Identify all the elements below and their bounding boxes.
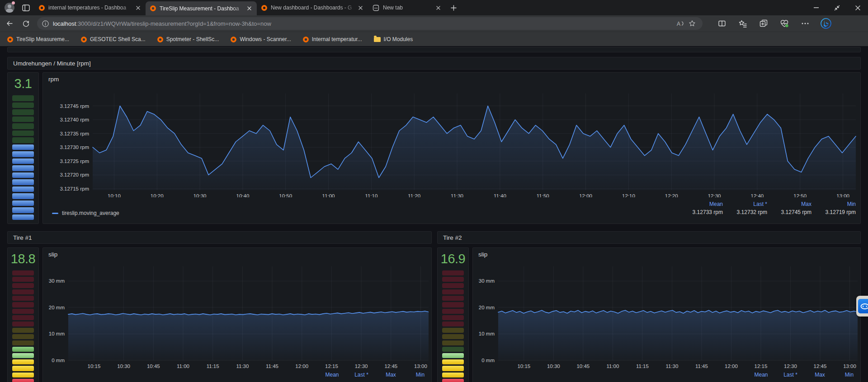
- stat-values-row: 3.12733 rpm 3.12732 rpm 3.12745 rpm 3.12…: [679, 208, 856, 216]
- browser-essentials-button[interactable]: [777, 17, 792, 30]
- tab-close-button[interactable]: [434, 4, 442, 12]
- bookmark-spotmeter[interactable]: Spotmeter - ShellSc...: [155, 34, 222, 45]
- tire2-legend-stats: Mean Last * Max Min: [746, 372, 864, 378]
- tab-internal-temperatures[interactable]: internal temperatures - Dashboa: [34, 0, 146, 15]
- lcd-segment: [12, 359, 34, 364]
- tab-new-tab[interactable]: New tab: [368, 0, 446, 15]
- back-button[interactable]: [3, 17, 16, 30]
- teamviewer-dock[interactable]: [856, 296, 868, 317]
- url-bar[interactable]: localhost:3000/d/z1rWQVrWa/tireslip-meas…: [37, 17, 703, 30]
- refresh-button[interactable]: [19, 17, 33, 30]
- address-toolbar: localhost:3000/d/z1rWQVrWa/tireslip-meas…: [0, 15, 868, 32]
- svg-text:0 mm: 0 mm: [52, 358, 65, 363]
- rpm-lcd-gauge: [12, 95, 34, 220]
- svg-text:11:00: 11:00: [606, 363, 619, 369]
- svg-text:12:45: 12:45: [814, 363, 827, 369]
- restore-button[interactable]: [826, 0, 847, 15]
- workspaces-button[interactable]: [20, 2, 32, 14]
- read-aloud-button[interactable]: A: [675, 18, 686, 29]
- lcd-segment: [12, 309, 34, 314]
- row-header-tire2[interactable]: Tire #2: [437, 231, 861, 244]
- url-text[interactable]: localhost:3000/d/z1rWQVrWa/tireslip-meas…: [53, 20, 675, 27]
- read-aloud-icon: A: [676, 20, 684, 27]
- stat-last-label[interactable]: Last *: [723, 200, 767, 208]
- svg-text:10:50: 10:50: [279, 193, 292, 197]
- grafana-favicon: [150, 5, 156, 11]
- stat-mean-label[interactable]: Mean: [746, 372, 776, 378]
- lcd-segment: [442, 309, 464, 314]
- site-info-icon[interactable]: [42, 20, 49, 28]
- stat-max-label[interactable]: Max: [805, 372, 835, 378]
- svg-text:0 mm: 0 mm: [481, 358, 495, 363]
- row-header-tire1[interactable]: Tire #1: [7, 231, 432, 244]
- tire1-gauge-value: 18.8: [8, 252, 38, 266]
- minimize-button[interactable]: [806, 0, 826, 15]
- bookmark-windows-scanner[interactable]: Windows - Scanner...: [228, 34, 293, 45]
- series-name[interactable]: tireslip.moving_average: [62, 210, 119, 216]
- new-tab-button[interactable]: [448, 2, 459, 14]
- close-window-button[interactable]: [847, 0, 868, 15]
- split-screen-icon: [718, 19, 726, 28]
- tab-close-button[interactable]: [134, 4, 142, 12]
- stat-mean-value: 3.12733 rpm: [679, 208, 723, 216]
- svg-text:20 mm: 20 mm: [479, 305, 495, 310]
- svg-text:11:00: 11:00: [177, 363, 189, 369]
- row-header-rpm[interactable]: Umdrehungen / Minute [rpm]: [7, 57, 861, 70]
- tire2-lcd-gauge: [442, 270, 464, 382]
- stat-max-label[interactable]: Max: [767, 200, 811, 208]
- stat-last-label[interactable]: Last *: [776, 372, 805, 378]
- favorite-star-button[interactable]: [686, 18, 698, 29]
- clipped-panel-above: [7, 47, 861, 52]
- favorites-button[interactable]: [735, 17, 750, 30]
- collections-button[interactable]: [756, 17, 771, 30]
- bookmark-gesotec-shell[interactable]: GESOTEC Shell Sca...: [78, 34, 148, 45]
- tab-close-button[interactable]: [245, 5, 253, 13]
- stat-last-value: 3.12732 rpm: [723, 208, 767, 216]
- lcd-segment: [12, 137, 34, 143]
- svg-text:12:30: 12:30: [708, 193, 721, 197]
- svg-text:3.12740 rpm: 3.12740 rpm: [60, 117, 89, 122]
- new-tab-page-icon: [373, 5, 379, 11]
- back-arrow-icon: [5, 19, 14, 28]
- rpm-legend[interactable]: tireslip.moving_average: [52, 210, 119, 216]
- close-icon: [247, 6, 251, 10]
- panel-title-slip[interactable]: slip: [478, 251, 487, 258]
- settings-more-button[interactable]: [797, 17, 813, 30]
- rpm-chart-plot[interactable]: 10:1010:2010:3010:4010:5011:0011:1011:20…: [45, 86, 859, 197]
- panel-title-slip[interactable]: slip: [48, 251, 57, 258]
- stat-mean-label[interactable]: Mean: [317, 372, 347, 378]
- stat-max-label[interactable]: Max: [376, 372, 406, 378]
- split-screen-button[interactable]: [714, 17, 730, 30]
- svg-text:A: A: [677, 21, 680, 27]
- bookmark-label: Internal temperatur...: [312, 36, 362, 42]
- bookmark-tireslip[interactable]: TireSlip Measureme...: [5, 34, 72, 45]
- lcd-segment: [12, 334, 34, 339]
- stat-labels-row: Mean Last * Max Min: [679, 200, 856, 208]
- stat-last-label[interactable]: Last *: [347, 372, 376, 378]
- lcd-segment: [442, 379, 464, 382]
- row-title: Tire #1: [13, 234, 32, 241]
- svg-text:12:15: 12:15: [755, 363, 768, 369]
- copilot-bing-button[interactable]: [818, 17, 834, 30]
- tire2-chart-plot[interactable]: 10:1510:3010:4511:0011:1511:3011:4512:00…: [475, 261, 858, 372]
- lcd-segment: [12, 109, 34, 115]
- svg-text:10:30: 10:30: [193, 193, 207, 197]
- svg-text:3.12725 rpm: 3.12725 rpm: [60, 158, 89, 164]
- tab-tireslip-measurement[interactable]: TireSlip Measurement - Dashboa: [146, 1, 257, 15]
- tab-close-button[interactable]: [356, 4, 364, 12]
- bookmark-io-modules-folder[interactable]: I/O Modules: [371, 34, 416, 45]
- svg-text:30 mm: 30 mm: [479, 278, 495, 284]
- row-title: Tire #2: [443, 234, 462, 241]
- svg-text:13:00: 13:00: [836, 193, 849, 197]
- stat-min-label[interactable]: Min: [835, 372, 864, 378]
- lcd-segment: [12, 207, 34, 213]
- stat-mean-label[interactable]: Mean: [679, 200, 723, 208]
- stat-max-value: 3.12745 rpm: [767, 208, 811, 216]
- lcd-segment: [12, 353, 34, 358]
- stat-min-label[interactable]: Min: [406, 372, 435, 378]
- bookmark-internal-temperatures[interactable]: Internal temperatur...: [300, 34, 365, 45]
- panel-title-rpm[interactable]: rpm: [48, 76, 59, 83]
- stat-min-label[interactable]: Min: [811, 200, 856, 208]
- tab-new-dashboard[interactable]: New dashboard - Dashboards - G: [257, 0, 368, 15]
- tire1-chart-plot[interactable]: 10:1510:3010:4511:0011:1511:3011:4512:00…: [45, 261, 429, 372]
